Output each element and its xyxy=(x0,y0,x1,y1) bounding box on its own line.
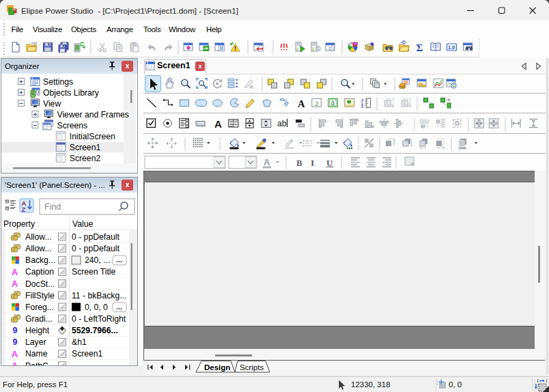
svg-text:Σ: Σ xyxy=(417,42,423,53)
svg-text:Screens: Screens xyxy=(57,121,88,130)
svg-text:DocSt...: DocSt... xyxy=(25,279,55,289)
svg-text:0 - LeftToRight: 0 - LeftToRight xyxy=(72,314,126,324)
svg-text:240, ...: 240, ... xyxy=(85,255,110,265)
svg-text:0 - ppDefault: 0 - ppDefault xyxy=(72,244,119,253)
svg-text:Find: Find xyxy=(44,202,61,212)
svg-text:A: A xyxy=(12,361,18,365)
svg-text:Name: Name xyxy=(25,349,48,359)
svg-text:Screen2: Screen2 xyxy=(70,154,101,163)
svg-text:5529.7966...: 5529.7966... xyxy=(72,326,118,335)
svg-text:A: A xyxy=(12,350,18,359)
svg-text:View: View xyxy=(43,99,61,109)
svg-text:Objects Library: Objects Library xyxy=(43,88,100,98)
svg-text:Screen1: Screen1 xyxy=(72,349,103,359)
svg-text:Backg...: Backg... xyxy=(25,255,55,265)
svg-text:InitialScreen: InitialScreen xyxy=(70,132,115,141)
svg-text:a: a xyxy=(331,99,335,107)
svg-text:A: A xyxy=(214,118,222,130)
svg-text:Value: Value xyxy=(72,219,93,229)
svg-text:B: B xyxy=(296,158,302,168)
svg-text:Screen1: Screen1 xyxy=(70,143,101,152)
svg-text:Screen Title: Screen Title xyxy=(72,267,116,277)
svg-text:Height: Height xyxy=(25,326,50,335)
svg-text:9: 9 xyxy=(13,326,18,335)
svg-text:&h1: &h1 xyxy=(72,337,87,347)
svg-text:.2: .2 xyxy=(313,100,319,107)
svg-text:Design: Design xyxy=(204,363,230,372)
svg-text:0 - ppDefault: 0 - ppDefault xyxy=(72,232,119,242)
svg-text:1.0: 1.0 xyxy=(448,45,455,50)
svg-text:Property: Property xyxy=(3,219,36,229)
svg-text:Viewer and Frames: Viewer and Frames xyxy=(57,110,129,120)
svg-text:A: A xyxy=(298,98,305,109)
svg-text:ab: ab xyxy=(277,119,287,128)
svg-text:9: 9 xyxy=(13,337,18,347)
svg-text:A: A xyxy=(12,279,18,289)
svg-text:A: A xyxy=(12,268,18,277)
svg-text:Layer: Layer xyxy=(25,337,46,347)
svg-text:Scripts: Scripts xyxy=(240,363,264,372)
svg-text:...: ... xyxy=(116,255,122,264)
svg-text:11 - bkBackg...: 11 - bkBackg... xyxy=(72,291,126,300)
svg-text:Z: Z xyxy=(22,206,26,213)
svg-text:0: 0 xyxy=(361,104,363,109)
svg-text:A: A xyxy=(264,157,270,167)
svg-text:FillStyle: FillStyle xyxy=(25,291,55,300)
svg-text:Gradi...: Gradi... xyxy=(25,314,53,324)
svg-text:U: U xyxy=(326,158,333,168)
svg-text:Foreg...: Foreg... xyxy=(25,303,54,312)
svg-text:Settings: Settings xyxy=(43,77,73,87)
svg-text:0, 0, 0: 0, 0, 0 xyxy=(85,303,108,312)
svg-text:Allow...: Allow... xyxy=(25,244,52,253)
svg-text:Allow...: Allow... xyxy=(25,232,52,242)
svg-text:PathC...: PathC... xyxy=(25,361,55,365)
svg-text:...: ... xyxy=(116,303,122,311)
svg-text:Caption: Caption xyxy=(25,267,54,277)
svg-text:I: I xyxy=(311,158,314,168)
